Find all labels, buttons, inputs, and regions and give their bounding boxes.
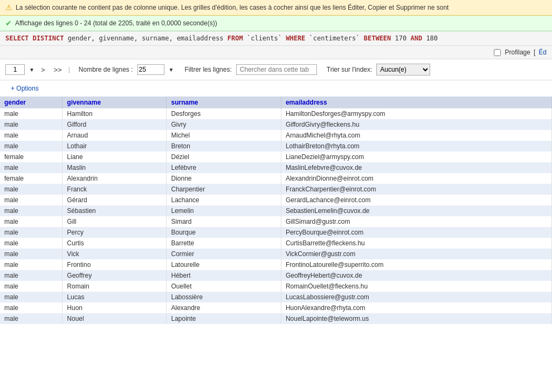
nav-bar: ▼ > >> | Nombre de lignes : ▼ Filtrer le…: [0, 59, 552, 80]
table-cell-emailaddress: GeoffreyHebert@cuvox.de: [281, 270, 551, 281]
table-cell-gender: male: [0, 108, 63, 119]
table-row: maleHuonAlexandreHuonAlexandre@rhyta.com: [0, 302, 552, 313]
table-cell-surname: Barrette: [167, 238, 281, 249]
filter-label: Filtrer les lignes:: [184, 66, 231, 73]
next-all-button[interactable]: >>: [52, 65, 64, 74]
table-cell-surname: Déziel: [167, 152, 281, 162]
table-cell-emailaddress: GiffordGivry@fleckens.hu: [281, 119, 551, 130]
table-cell-emailaddress: FranckCharpentier@einrot.com: [281, 184, 551, 195]
table-row: maleGérardLachanceGerardLachance@einrot.…: [0, 195, 552, 205]
table-cell-givenname: Gill: [63, 216, 167, 227]
table-cell-surname: Cormier: [167, 249, 281, 259]
table-row: maleSébastienLemelinSebastienLemelin@cuv…: [0, 205, 552, 216]
table-cell-emailaddress: CurtisBarrette@fleckens.hu: [281, 238, 551, 249]
table-cell-givenname: Romain: [63, 281, 167, 292]
table-cell-gender: male: [0, 313, 63, 324]
table-cell-surname: Ouellet: [167, 281, 281, 292]
table-cell-surname: Labossière: [167, 292, 281, 302]
table-cell-emailaddress: LucasLabossiere@gustr.com: [281, 292, 551, 302]
table-cell-surname: Charpentier: [167, 184, 281, 195]
toolbar-separator: [: [534, 49, 535, 56]
table-row: maleNouelLapointeNouelLapointe@teleworm.…: [0, 313, 552, 324]
table-cell-givenname: Curtis: [63, 238, 167, 249]
warning-text: La sélection courante ne contient pas de…: [16, 4, 448, 11]
table-row: maleLothairBretonLothairBreton@rhyta.com: [0, 141, 552, 152]
sort-label: Trier sur l'index:: [327, 66, 372, 73]
table-cell-givenname: Gérard: [63, 195, 167, 205]
table-cell-surname: Dionne: [167, 173, 281, 184]
table-cell-emailaddress: ArnaudMichel@rhyta.com: [281, 130, 551, 141]
table-cell-givenname: Gifford: [63, 119, 167, 130]
table-cell-gender: male: [0, 130, 63, 141]
table-cell-surname: Lapointe: [167, 313, 281, 324]
table-cell-surname: Lachance: [167, 195, 281, 205]
table-row: maleRomainOuelletRomainOuellet@fleckens.…: [0, 281, 552, 292]
col-header-gender[interactable]: gender: [0, 97, 63, 108]
table-cell-gender: male: [0, 162, 63, 173]
table-cell-surname: Givry: [167, 119, 281, 130]
sql-text: SELECT DISTINCT gender, givenname, surna…: [5, 35, 438, 42]
table-cell-givenname: Sébastien: [63, 205, 167, 216]
table-cell-givenname: Arnaud: [63, 130, 167, 141]
table-cell-givenname: Frontino: [63, 259, 167, 270]
page-input[interactable]: [5, 64, 25, 75]
table-cell-gender: male: [0, 141, 63, 152]
table-cell-emailaddress: VickCormier@gustr.com: [281, 249, 551, 259]
edit-link[interactable]: Éd: [539, 49, 547, 56]
page-dropdown-icon[interactable]: ▼: [29, 67, 34, 73]
table-cell-givenname: Franck: [63, 184, 167, 195]
table-row: maleMaslinLefèbvreMaslinLefebvre@cuvox.d…: [0, 162, 552, 173]
table-cell-surname: Lemelin: [167, 205, 281, 216]
table-cell-emailaddress: FrontinoLatourelle@superrito.com: [281, 259, 551, 270]
table-cell-gender: male: [0, 259, 63, 270]
table-cell-givenname: Percy: [63, 227, 167, 238]
toolbar-bar: Profilage [ Éd: [0, 46, 552, 59]
table-cell-emailaddress: HamiltonDesforges@armyspy.com: [281, 108, 551, 119]
table-cell-emailaddress: PercyBourque@einrot.com: [281, 227, 551, 238]
table-cell-gender: male: [0, 195, 63, 205]
table-cell-gender: male: [0, 281, 63, 292]
table-cell-surname: Bourque: [167, 227, 281, 238]
table-cell-emailaddress: MaslinLefebvre@cuvox.de: [281, 162, 551, 173]
table-cell-gender: male: [0, 302, 63, 313]
table-wrapper: gender givenname surname emailaddress ma…: [0, 97, 552, 324]
rows-label: Nombre de lignes :: [79, 66, 133, 73]
rows-input[interactable]: [137, 64, 164, 75]
data-table: gender givenname surname emailaddress ma…: [0, 97, 552, 324]
warning-bar: ⚠ La sélection courante ne contient pas …: [0, 0, 552, 16]
table-row: maleCurtisBarretteCurtisBarrette@flecken…: [0, 238, 552, 249]
success-text: Affichage des lignes 0 - 24 (total de 22…: [15, 19, 217, 27]
table-cell-emailaddress: GillSimard@gustr.com: [281, 216, 551, 227]
table-row: femaleLianeDézielLianeDeziel@armyspy.com: [0, 152, 552, 162]
table-cell-emailaddress: SebastienLemelin@cuvox.de: [281, 205, 551, 216]
table-cell-emailaddress: NouelLapointe@teleworm.us: [281, 313, 551, 324]
success-bar: ✔ Affichage des lignes 0 - 24 (total de …: [0, 16, 552, 31]
table-cell-gender: male: [0, 216, 63, 227]
table-cell-surname: Lefèbvre: [167, 162, 281, 173]
table-cell-surname: Latourelle: [167, 259, 281, 270]
table-cell-givenname: Maslin: [63, 162, 167, 173]
col-header-surname[interactable]: surname: [167, 97, 281, 108]
sort-select[interactable]: Aucun(e): [376, 64, 430, 75]
table-cell-givenname: Liane: [63, 152, 167, 162]
table-cell-givenname: Vick: [63, 249, 167, 259]
table-cell-gender: male: [0, 249, 63, 259]
col-header-emailaddress[interactable]: emailaddress: [281, 97, 551, 108]
table-cell-givenname: Huon: [63, 302, 167, 313]
sql-bar: SELECT DISTINCT gender, givenname, surna…: [0, 31, 552, 46]
table-cell-emailaddress: LothairBreton@rhyta.com: [281, 141, 551, 152]
profile-checkbox[interactable]: [494, 49, 501, 56]
table-row: maleGiffordGivryGiffordGivry@fleckens.hu: [0, 119, 552, 130]
table-cell-gender: male: [0, 238, 63, 249]
table-body: maleHamiltonDesforgesHamiltonDesforges@a…: [0, 108, 552, 324]
table-cell-gender: male: [0, 205, 63, 216]
table-cell-givenname: Hamilton: [63, 108, 167, 119]
table-cell-emailaddress: RomainOuellet@fleckens.hu: [281, 281, 551, 292]
rows-dropdown-icon[interactable]: ▼: [169, 67, 174, 73]
table-cell-surname: Simard: [167, 216, 281, 227]
col-header-givenname[interactable]: givenname: [63, 97, 167, 108]
next-page-button[interactable]: >: [39, 65, 47, 74]
table-cell-emailaddress: HuonAlexandre@rhyta.com: [281, 302, 551, 313]
options-link[interactable]: + Options: [5, 82, 44, 94]
filter-input[interactable]: [236, 64, 317, 75]
